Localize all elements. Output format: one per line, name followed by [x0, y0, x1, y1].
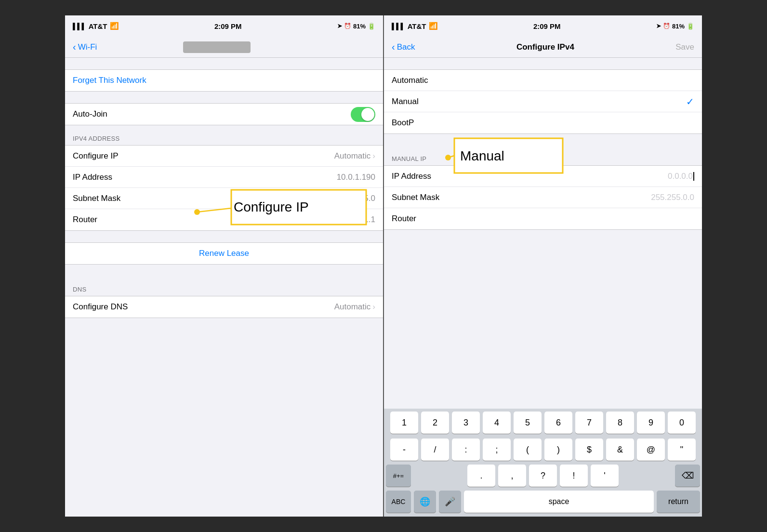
left-content: Forget This Network Auto-Join IPV4 A — [65, 58, 383, 517]
configure-dns-label: Configure DNS — [73, 302, 128, 312]
key-comma[interactable]: , — [498, 465, 526, 487]
key-return[interactable]: return — [657, 491, 700, 513]
manual-ip-group: IP Address 0.0.0.0 Subnet Mask 255.255.0… — [384, 165, 702, 230]
key-3[interactable]: 3 — [452, 412, 480, 434]
renew-lease-label[interactable]: Renew Lease — [199, 249, 249, 258]
battery-label: 81% — [353, 23, 366, 30]
key-open-paren[interactable]: ( — [514, 439, 542, 461]
key-at[interactable]: @ — [637, 439, 665, 461]
key-space[interactable]: space — [464, 491, 654, 513]
ip-input-placeholder: 0.0.0.0 — [668, 172, 693, 181]
option-manual-label: Manual — [392, 97, 419, 106]
save-button[interactable]: Save — [675, 42, 694, 52]
forget-network-row[interactable]: Forget This Network — [65, 70, 383, 91]
chevron-left-icon: ‹ — [73, 41, 76, 53]
text-cursor — [693, 172, 694, 181]
location-icon-right: ➤ — [656, 23, 661, 29]
renew-lease-row[interactable]: Renew Lease — [65, 243, 383, 264]
status-left-right: ▌▌▌ AT&T 📶 — [392, 22, 438, 30]
ipv4-group: Configure IP Automatic › IP Address 10.0… — [65, 145, 383, 231]
option-manual-row[interactable]: Manual ✓ — [384, 91, 702, 112]
keyboard-row-3: #+= . , ? ! ' ⌫ — [384, 463, 702, 489]
configure-options-group: Automatic Manual ✓ BootP — [384, 69, 702, 134]
key-ampersand[interactable]: & — [606, 439, 634, 461]
option-bootp-row[interactable]: BootP — [384, 112, 702, 133]
battery-icon-right: 🔋 — [687, 23, 694, 30]
subnet-mask-row: Subnet Mask 255.255.255.0 — [65, 188, 383, 209]
nav-bar-left: ‹ Wi-Fi — [65, 37, 383, 58]
dns-group: Configure DNS Automatic › — [65, 296, 383, 318]
status-bar-right: ▌▌▌ AT&T 📶 2:09 PM ➤ ⏰ 81% 🔋 — [384, 15, 702, 37]
key-1[interactable]: 1 — [390, 412, 418, 434]
chevron-left-icon-right: ‹ — [392, 41, 395, 53]
key-5[interactable]: 5 — [514, 412, 542, 434]
wifi-icon-right: 📶 — [429, 22, 438, 30]
key-backspace[interactable]: ⌫ — [675, 465, 700, 487]
key-quote[interactable]: " — [668, 439, 696, 461]
key-mic[interactable]: 🎤 — [439, 491, 461, 513]
back-label-left[interactable]: Wi-Fi — [78, 42, 97, 52]
manual-router-label: Router — [392, 214, 416, 224]
keyboard-row-1: 1 2 3 4 5 6 7 8 9 0 — [384, 409, 702, 436]
manual-checkmark: ✓ — [686, 96, 694, 107]
right-content: Automatic Manual ✓ BootP MANUAL IP IP Ad… — [384, 58, 702, 409]
battery-label-right: 81% — [672, 23, 685, 30]
key-symbol[interactable]: #+= — [386, 465, 411, 487]
configure-ip-value: Automatic › — [334, 151, 375, 161]
key-period[interactable]: . — [467, 465, 495, 487]
manual-ip-header: MANUAL IP — [384, 146, 702, 165]
key-semicolon[interactable]: ; — [483, 439, 511, 461]
signal-icon-right: ▌▌▌ — [392, 23, 405, 30]
ipv4-section-header: IPV4 ADDRESS — [65, 125, 383, 145]
subnet-mask-value: 255.255.255.0 — [323, 194, 375, 203]
key-7[interactable]: 7 — [575, 412, 603, 434]
configure-ip-label: Configure IP — [73, 151, 119, 161]
manual-ip-input[interactable]: 0.0.0.0 — [668, 172, 694, 181]
back-label-right[interactable]: Back — [397, 42, 415, 52]
key-exclaim[interactable]: ! — [560, 465, 588, 487]
back-button-right[interactable]: ‹ Back — [392, 41, 415, 53]
status-right: ➤ ⏰ 81% 🔋 — [337, 23, 375, 30]
manual-router-row[interactable]: Router — [384, 208, 702, 229]
configure-ip-row[interactable]: Configure IP Automatic › — [65, 146, 383, 167]
key-globe[interactable]: 🌐 — [414, 491, 436, 513]
forget-network-group: Forget This Network — [65, 69, 383, 92]
key-minus[interactable]: - — [390, 439, 418, 461]
back-button-left[interactable]: ‹ Wi-Fi — [73, 41, 97, 53]
key-question[interactable]: ? — [529, 465, 557, 487]
key-slash[interactable]: / — [421, 439, 449, 461]
keyboard-row-2: - / : ; ( ) $ & @ " — [384, 436, 702, 463]
keyboard-row-4: ABC 🌐 🎤 space return — [384, 489, 702, 517]
key-4[interactable]: 4 — [483, 412, 511, 434]
configure-dns-chevron: › — [372, 302, 375, 312]
toggle-switch[interactable] — [351, 107, 375, 122]
auto-join-group: Auto-Join — [65, 103, 383, 125]
key-close-paren[interactable]: ) — [544, 439, 572, 461]
key-dollar[interactable]: $ — [575, 439, 603, 461]
configure-dns-row[interactable]: Configure DNS Automatic › — [65, 296, 383, 318]
key-8[interactable]: 8 — [606, 412, 634, 434]
auto-join-row[interactable]: Auto-Join — [65, 104, 383, 125]
forget-network-label[interactable]: Forget This Network — [73, 76, 146, 85]
key-abc[interactable]: ABC — [386, 491, 411, 513]
option-automatic-row[interactable]: Automatic — [384, 70, 702, 91]
manual-subnet-row[interactable]: Subnet Mask 255.255.0.0 — [384, 187, 702, 208]
key-0[interactable]: 0 — [668, 412, 696, 434]
manual-subnet-label: Subnet Mask — [392, 193, 439, 202]
ip-address-label: IP Address — [73, 173, 112, 182]
manual-ip-address-row[interactable]: IP Address 0.0.0.0 — [384, 166, 702, 187]
router-value: 10.0.1.1 — [346, 215, 375, 225]
key-apostrophe[interactable]: ' — [591, 465, 619, 487]
key-colon[interactable]: : — [452, 439, 480, 461]
key-2[interactable]: 2 — [421, 412, 449, 434]
wifi-icon: 📶 — [110, 22, 119, 30]
ip-address-row: IP Address 10.0.1.190 — [65, 167, 383, 188]
router-label: Router — [73, 215, 97, 225]
keyboard-row-3-mid: . , ? ! ' — [414, 465, 672, 487]
right-screen: ▌▌▌ AT&T 📶 2:09 PM ➤ ⏰ 81% 🔋 ‹ Back Conf… — [384, 15, 702, 517]
time-label: 2:09 PM — [214, 22, 242, 30]
key-6[interactable]: 6 — [544, 412, 572, 434]
auto-join-toggle[interactable] — [351, 107, 375, 122]
key-9[interactable]: 9 — [637, 412, 665, 434]
signal-icon: ▌▌▌ — [73, 23, 86, 30]
